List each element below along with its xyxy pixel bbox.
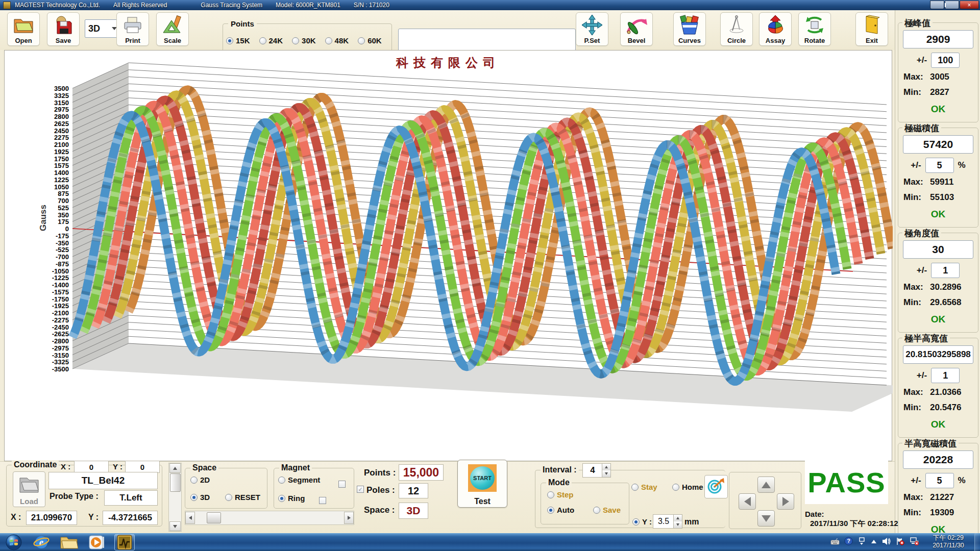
minimize-button[interactable] [930,1,944,9]
points-radio-15k[interactable]: 15K [226,36,250,45]
tolerance-field[interactable]: 5 [925,473,954,488]
y-tick-label: 2275 [33,134,69,141]
y-tick-label: 1225 [33,176,69,184]
target-icon [707,477,725,496]
space-readout: 3D [399,503,428,519]
pos-x-field[interactable]: 21.099670 [26,511,77,525]
tolerance-field[interactable]: 1 [931,263,960,278]
speaker-icon[interactable] [882,537,891,547]
jog-down-button[interactable] [757,510,775,527]
gauss-app-taskbar-button[interactable] [114,534,135,550]
points-radio-60k[interactable]: 60K [358,36,382,45]
y-step-spinner[interactable] [673,514,682,529]
y-tick-label: 1750 [33,155,69,163]
tolerance-field[interactable]: 1 [931,368,960,383]
start-button[interactable] [4,535,23,550]
assay-button[interactable]: Assay [759,12,792,46]
measure-value-field[interactable]: 30 [903,240,973,259]
show-hidden-icons[interactable] [870,538,877,547]
file-name-field[interactable]: TL_Bel42 [48,472,158,489]
measure-value-field[interactable]: 2909 [903,30,973,48]
y-step-radio[interactable]: Y : [632,517,652,526]
maximize-button[interactable] [945,1,959,9]
segment-checkbox[interactable] [338,481,346,488]
points-radio-24k[interactable]: 24K [259,36,283,45]
svg-text:?: ? [847,538,850,544]
view-mode-select[interactable]: 3D [85,19,120,38]
points-radio-30k[interactable]: 30K [292,36,316,45]
measure-value-field[interactable]: 57420 [903,135,973,154]
pos-y-field[interactable]: -4.3721665 [103,511,158,525]
help-icon[interactable]: ? [844,537,853,547]
save-button[interactable]: Save [47,12,80,46]
space-reset-radio[interactable]: RESET [225,493,260,502]
magnet-ring-radio[interactable]: Ring [278,494,305,503]
open-button[interactable]: Open [7,12,40,46]
coord-y-field[interactable]: 0 [125,461,160,473]
vertical-scrollbar[interactable] [168,463,182,532]
y-step-field[interactable]: 3.5 [653,514,674,529]
scroll-right-button[interactable] [344,512,354,524]
coord-x-field[interactable]: 0 [74,461,109,473]
jog-left-button[interactable] [739,493,756,510]
load-folder-icon [13,474,45,496]
rotate-button[interactable]: Rotate [798,12,831,46]
vertical-scroll-thumb[interactable] [170,473,181,492]
poles-checkbox[interactable]: ✓ [357,486,364,493]
tolerance-field[interactable]: 5 [925,158,954,173]
interval-spinner[interactable] [602,463,611,478]
home-radio[interactable]: Home [672,483,703,491]
horizontal-scrollbar[interactable] [185,511,354,525]
filename-input[interactable] [398,29,576,51]
media-player-icon[interactable] [87,535,106,550]
ring-checkbox[interactable] [319,497,326,504]
min-label: Min: [903,192,930,203]
measure-value-field[interactable]: 20.81503295898 [903,345,973,364]
window-restore-icon[interactable] [857,537,866,547]
y-step-unit: mm [684,517,699,527]
max-value: 30.2896 [930,282,961,292]
scale-button[interactable]: Scale [156,12,189,46]
tolerance-label: +/- [911,475,921,486]
space-2d-radio[interactable]: 2D [190,475,210,484]
pset-button[interactable]: P.Set [576,12,608,46]
bevel-button[interactable]: Bevel [620,12,653,46]
y-tick-label: -350 [33,239,69,247]
y-tick-label: -3150 [33,352,69,359]
internet-explorer-icon[interactable]: e [32,535,51,550]
mode-save-radio[interactable]: Save [593,506,621,514]
keyboard-icon[interactable] [830,538,840,547]
action-center-icon[interactable] [896,537,905,547]
circle-button[interactable]: Circle [720,12,753,46]
scroll-up-button[interactable] [169,463,181,473]
measure-value-field[interactable]: 20228 [903,450,973,469]
close-button[interactable]: × [960,1,979,9]
load-button[interactable]: Load [13,471,45,507]
scroll-down-button[interactable] [169,521,181,531]
show-desktop-button[interactable] [974,533,980,551]
app-icon [3,2,11,9]
print-button[interactable]: Print [116,12,149,46]
jog-right-button[interactable] [777,493,794,510]
tolerance-field[interactable]: 100 [931,53,960,68]
magnet-segment-radio[interactable]: Segment [278,475,320,484]
start-test-button[interactable]: START Test [457,460,507,508]
stay-radio[interactable]: Stay [631,483,657,491]
mode-auto-radio[interactable]: Auto [547,506,574,514]
space-3d-radio[interactable]: 3D [190,493,210,502]
exit-button[interactable]: Exit [855,12,888,46]
space-group-label: Space [190,463,218,472]
home-target-button[interactable] [704,475,728,498]
points-radio-48k[interactable]: 48K [325,36,349,45]
scroll-left-button[interactable] [185,512,195,524]
max-label: Max: [903,282,930,292]
interval-field[interactable]: 4 [582,463,603,478]
probe-type-field[interactable]: T.Left [104,490,158,506]
mode-step-radio[interactable]: Step [547,490,574,499]
horizontal-scroll-thumb[interactable] [207,512,221,523]
curves-button[interactable]: Curves [673,12,706,46]
file-explorer-icon[interactable] [59,535,79,550]
network-icon[interactable] [910,537,920,547]
jog-up-button[interactable] [757,477,775,493]
taskbar-clock[interactable]: 下午 02:29 2017/11/30 [924,534,973,549]
